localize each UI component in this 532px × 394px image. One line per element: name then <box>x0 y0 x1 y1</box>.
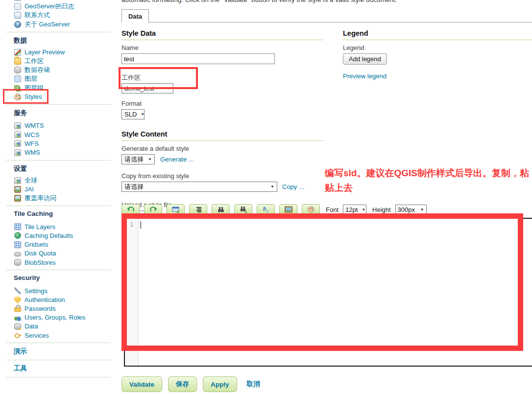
sidebar-item-passwords[interactable]: Passwords <box>0 304 118 313</box>
sidebar-item-label[interactable]: Layer Preview <box>24 48 65 56</box>
format-select[interactable]: SLD▼ <box>121 109 145 119</box>
generate-link[interactable]: Generate ... <box>160 156 194 163</box>
sidebar-item-global[interactable]: 全球 <box>0 176 118 185</box>
font-label: Font <box>326 206 339 213</box>
sidebar: GeoServer的日志 联系方式 关于 GeoServer 数据 Layer … <box>0 0 118 380</box>
sidebar-item-authentication[interactable]: Authentication <box>0 295 118 304</box>
sidebar-item-security-data[interactable]: Data <box>0 322 118 331</box>
sidebar-item-label[interactable]: Caching Defaults <box>24 232 73 239</box>
sidebar-item-label[interactable]: 全球 <box>24 176 37 185</box>
sidebar-item-caching-defaults[interactable]: Caching Defaults <box>0 231 118 240</box>
image-icon <box>14 186 21 193</box>
sidebar-item-coverage-access[interactable]: 覆盖率访问 <box>0 194 118 203</box>
sidebar-item-label[interactable]: 数据存储 <box>24 66 50 74</box>
sidebar-item-workspaces[interactable]: 工作区 <box>0 57 118 66</box>
sidebar-item-label[interactable]: Settings <box>24 287 48 295</box>
svg-text:a: a <box>266 209 269 213</box>
find-next-button[interactable] <box>234 204 252 215</box>
sidebar-item-label[interactable]: 工作区 <box>24 57 44 66</box>
sidebar-item-label[interactable]: Data <box>24 323 38 330</box>
editor-height-select[interactable]: 300px▼ <box>395 205 427 214</box>
window-button[interactable] <box>167 204 185 215</box>
insert-image-button[interactable] <box>279 204 297 215</box>
sidebar-item-wmts[interactable]: WMTS <box>0 121 118 130</box>
code-area[interactable] <box>139 219 532 366</box>
sidebar-item-styles[interactable]: Styles <box>0 93 118 101</box>
sidebar-item-label[interactable]: 图层组 <box>24 84 44 93</box>
sidebar-item-label[interactable]: 图层 <box>24 74 37 83</box>
replace-button[interactable]: ba <box>257 204 275 215</box>
sidebar-item-label[interactable]: 联系方式 <box>24 11 50 20</box>
map-preview-icon <box>14 49 21 56</box>
copy-link[interactable]: Copy ... <box>282 183 304 190</box>
sidebar-item-tools[interactable]: 工具 <box>0 363 118 374</box>
sidebar-item-label[interactable]: 关于 GeoServer <box>24 20 70 29</box>
tab-data[interactable]: Data <box>121 9 149 23</box>
validate-button[interactable]: Validate <box>121 376 162 392</box>
sidebar-item-label[interactable]: Gridsets <box>24 241 48 248</box>
sidebar-item-layers[interactable]: 图层 <box>0 74 118 83</box>
palette-button[interactable] <box>302 204 320 215</box>
sidebar-item-layer-groups[interactable]: 图层组 <box>0 84 118 93</box>
sidebar-item-about-geoserver[interactable]: 关于 GeoServer <box>0 20 118 29</box>
sidebar-item-label[interactable]: GeoServer的日志 <box>24 2 74 11</box>
copy-style-select[interactable]: 请选择▼ <box>121 182 277 192</box>
sidebar-item-security-services[interactable]: Services <box>0 331 118 340</box>
sidebar-item-users-groups-roles[interactable]: Users, Groups, Roles <box>0 313 118 322</box>
reformat-icon <box>194 206 202 213</box>
sidebar-item-geoserver-logs[interactable]: GeoServer的日志 <box>0 2 118 11</box>
sidebar-item-label[interactable]: Disk Quota <box>24 250 56 257</box>
sidebar-item-label[interactable]: BlobStores <box>24 259 56 266</box>
sidebar-item-label[interactable]: Services <box>24 332 49 339</box>
sidebar-item-label[interactable]: Styles <box>24 93 42 100</box>
sidebar-item-label[interactable]: WFS <box>24 140 39 147</box>
apply-button[interactable]: Apply <box>203 376 237 392</box>
find-button[interactable] <box>212 204 230 215</box>
sidebar-item-label[interactable]: 覆盖率访问 <box>24 194 56 203</box>
workspace-select[interactable]: demo_test▼ <box>121 83 173 93</box>
shield-icon <box>14 296 21 303</box>
sidebar-item-blobstores[interactable]: BlobStores <box>0 258 118 267</box>
sidebar-item-label[interactable]: WMS <box>24 149 40 156</box>
reformat-button[interactable] <box>189 204 207 215</box>
preview-legend-link[interactable]: Preview legend <box>343 72 387 80</box>
sidebar-item-contact[interactable]: 联系方式 <box>0 11 118 20</box>
sidebar-item-wfs[interactable]: WFS <box>0 139 118 148</box>
sidebar-item-wcs[interactable]: WCS <box>0 130 118 139</box>
sidebar-item-label[interactable]: JAI <box>24 185 34 193</box>
palette-icon <box>14 93 21 100</box>
sidebar-item-gridsets[interactable]: Gridsets <box>0 240 118 249</box>
undo-button[interactable] <box>121 204 140 215</box>
grid-icon <box>14 241 21 248</box>
divider <box>6 104 111 105</box>
sidebar-item-security-settings[interactable]: Settings <box>0 286 118 295</box>
sidebar-item-label[interactable]: WCS <box>24 131 39 139</box>
generate-default-style-label: Generate a default style <box>121 145 323 152</box>
sidebar-item-jai[interactable]: JAI <box>0 185 118 194</box>
line-number: 1 <box>130 221 133 228</box>
database-icon <box>14 259 21 266</box>
sidebar-item-label[interactable]: Tile Layers <box>24 223 55 231</box>
add-legend-button[interactable]: Add legend <box>343 53 387 65</box>
style-name-input[interactable] <box>121 53 275 64</box>
code-editor[interactable]: 1 <box>124 218 532 367</box>
log-file-icon <box>14 3 21 10</box>
sidebar-item-demos[interactable]: 演示 <box>0 346 118 357</box>
sidebar-item-disk-quota[interactable]: Disk Quota <box>0 249 118 258</box>
sidebar-item-layer-preview[interactable]: Layer Preview <box>0 48 118 57</box>
sidebar-item-tile-layers[interactable]: Tile Layers <box>0 222 118 231</box>
cancel-link[interactable]: 取消 <box>247 380 260 389</box>
divider <box>6 160 111 161</box>
font-size-select[interactable]: 12pt▼ <box>343 205 366 214</box>
save-button[interactable]: 保存 <box>168 376 197 392</box>
sidebar-item-stores[interactable]: 数据存储 <box>0 66 118 74</box>
sidebar-item-label[interactable]: Passwords <box>24 305 56 312</box>
sidebar-item-label[interactable]: WMTS <box>24 122 44 129</box>
sidebar-item-wms[interactable]: WMS <box>0 148 118 157</box>
sidebar-section-settings: 设置 <box>0 163 118 174</box>
sidebar-item-label[interactable]: Authentication <box>24 296 65 303</box>
sidebar-item-label[interactable]: Users, Groups, Roles <box>24 314 85 321</box>
generate-style-select[interactable]: 请选择▼ <box>121 154 155 164</box>
image-icon <box>14 195 21 202</box>
redo-button[interactable] <box>144 204 162 215</box>
